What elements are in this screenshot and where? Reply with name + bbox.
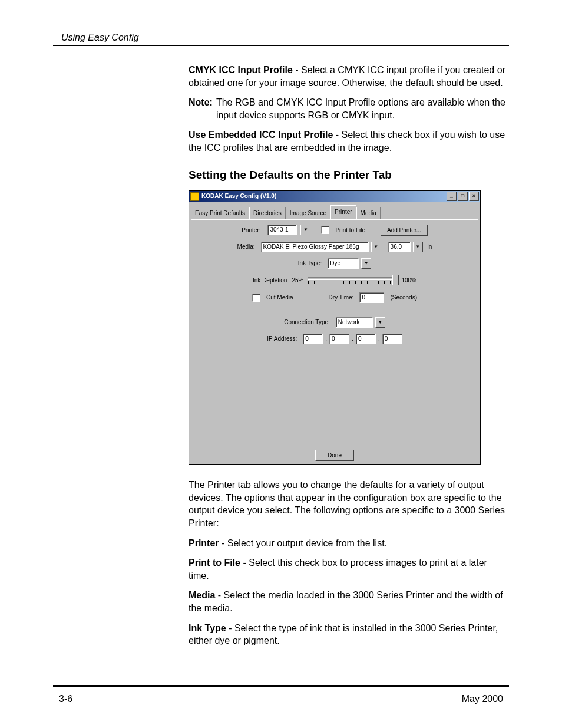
ip-address-label: IP Address: (267, 335, 300, 343)
note-text: The RGB and CMYK ICC Input Profile optio… (216, 96, 509, 121)
ink-type-dropdown-icon[interactable]: ▼ (361, 258, 371, 269)
dry-time-label: Dry Time: (329, 294, 354, 302)
ink-depletion-label: Ink Depletion (253, 276, 287, 285)
done-button[interactable]: Done (315, 450, 354, 461)
add-printer-button[interactable]: Add Printer... (381, 225, 428, 236)
media-width-select[interactable]: 36.0 (388, 242, 411, 252)
media-dropdown-icon[interactable]: ▼ (371, 242, 381, 252)
ip-octet-2[interactable]: 0 (329, 334, 349, 344)
connection-type-dropdown-icon[interactable]: ▼ (375, 317, 385, 328)
note-block: Note: The RGB and CMYK ICC Input Profile… (189, 96, 509, 121)
dry-time-input[interactable]: 0 (359, 292, 384, 303)
maximize-button[interactable]: □ (458, 192, 468, 201)
ink-depletion-slider[interactable] (308, 275, 396, 286)
titlebar[interactable]: KODAK Easy Config (V1.0) _ □ × (189, 191, 480, 202)
option-media: Media - Select the media loaded in the 3… (189, 589, 509, 614)
paragraph-cmyk: CMYK ICC Input Profile - Select a CMYK I… (189, 64, 509, 89)
note-label: Note: (189, 96, 213, 121)
cut-media-label: Cut Media (266, 294, 293, 302)
option-print-to-file: Print to File - Select this check box to… (189, 556, 509, 582)
media-unit-label: in (428, 243, 432, 251)
page-number: 3-6 (59, 694, 72, 704)
header-rule (53, 45, 509, 46)
printer-select[interactable]: 3043-1 (267, 225, 297, 235)
connection-type-label: Connection Type: (284, 318, 333, 327)
cut-media-checkbox[interactable] (252, 294, 260, 302)
close-button[interactable]: × (469, 192, 479, 201)
ink-depletion-min: 25% (292, 276, 303, 285)
dry-time-unit: (Seconds) (390, 294, 417, 302)
window-title: KODAK Easy Config (V1.0) (201, 192, 276, 200)
media-select[interactable]: KODAK EI Piezo Glossy Paper 185g (261, 242, 369, 252)
paragraph-after-window: The Printer tab allows you to change the… (189, 479, 509, 529)
tab-image-source[interactable]: Image Source (286, 207, 330, 220)
slider-thumb[interactable] (392, 275, 399, 285)
tab-easy-print-defaults[interactable]: Easy Print Defaults (191, 207, 249, 220)
printer-tab-panel: Printer: 3043-1 ▼ Print to File Add Prin… (191, 219, 478, 444)
tab-bar: Easy Print Defaults Directories Image So… (189, 202, 480, 219)
app-icon (190, 192, 199, 201)
option-printer: Printer - Select your output device from… (189, 537, 509, 550)
tab-printer[interactable]: Printer (330, 205, 356, 219)
ink-type-select[interactable]: Dye (328, 258, 359, 269)
tab-directories[interactable]: Directories (249, 207, 286, 220)
footer-rule (53, 685, 509, 687)
minimize-button[interactable]: _ (447, 192, 457, 201)
ip-octet-3[interactable]: 0 (356, 334, 376, 344)
printer-label: Printer: (242, 226, 264, 235)
printer-dropdown-icon[interactable]: ▼ (300, 225, 310, 235)
section-heading: Setting the Defaults on the Printer Tab (189, 167, 509, 183)
print-to-file-checkbox[interactable] (321, 226, 329, 234)
easy-config-window: KODAK Easy Config (V1.0) _ □ × Easy Prin… (189, 190, 481, 465)
ip-octet-4[interactable]: 0 (382, 334, 402, 344)
media-label: Media: (237, 243, 259, 251)
print-to-file-label: Print to File (335, 226, 365, 235)
footer-date: May 2000 (462, 694, 503, 704)
ip-octet-1[interactable]: 0 (303, 334, 323, 344)
media-width-dropdown-icon[interactable]: ▼ (413, 242, 423, 252)
ink-depletion-max: 100% (401, 276, 416, 285)
tab-media[interactable]: Media (356, 207, 381, 220)
ink-type-label: Ink Type: (298, 259, 325, 268)
option-ink-type: Ink Type - Select the type of ink that i… (189, 622, 509, 647)
paragraph-embedded-icc: Use Embedded ICC Input Profile - Select … (189, 129, 509, 154)
connection-type-select[interactable]: Network (336, 317, 373, 328)
running-header-left: Using Easy Config (61, 32, 139, 43)
